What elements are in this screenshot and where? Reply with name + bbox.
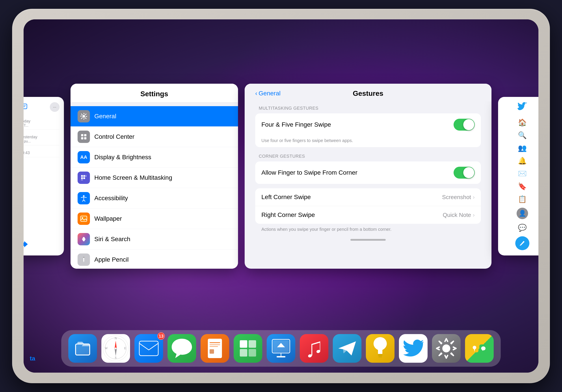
svg-point-17 bbox=[82, 237, 85, 241]
sidebar-item-general[interactable]: General bbox=[70, 106, 238, 126]
four-five-sublabel: Use four or five fingers to swipe betwee… bbox=[255, 136, 481, 147]
screen-content: ··· Today 5. T... Yesterday ur pu... 10:… bbox=[23, 19, 539, 373]
four-five-toggle[interactable] bbox=[454, 119, 475, 131]
control-center-label: Control Center bbox=[94, 133, 134, 140]
svg-rect-18 bbox=[83, 257, 84, 261]
twitter-dock-icon[interactable] bbox=[399, 334, 428, 363]
list-icon[interactable]: 📋 bbox=[518, 195, 527, 203]
back-button[interactable]: ‹ General bbox=[255, 90, 281, 97]
gestures-app-card[interactable]: ‹ General Gestures MULTITASKING GESTURES… bbox=[245, 84, 492, 269]
chat-icon[interactable]: 💬 bbox=[518, 224, 527, 232]
svg-rect-30 bbox=[76, 344, 90, 355]
gestures-title: Gestures bbox=[353, 90, 384, 98]
svg-rect-11 bbox=[81, 177, 83, 179]
siri-label: Siri & Search bbox=[94, 236, 130, 243]
svg-rect-41 bbox=[208, 339, 222, 358]
message-item[interactable]: 10:43 bbox=[23, 149, 59, 157]
svg-rect-6 bbox=[84, 137, 86, 139]
compose-icon[interactable] bbox=[23, 102, 30, 112]
keynote-dock-icon[interactable] bbox=[267, 334, 295, 363]
bookmark-icon[interactable]: 🔖 bbox=[518, 182, 527, 190]
messages-dock-icon[interactable] bbox=[167, 334, 196, 363]
svg-rect-5 bbox=[81, 137, 83, 139]
svg-rect-46 bbox=[240, 340, 247, 348]
sidebar-item-apple-pencil[interactable]: Apple Pencil bbox=[70, 249, 238, 269]
svg-marker-19 bbox=[83, 261, 84, 262]
home-screen-icon bbox=[78, 172, 90, 184]
svg-text:AA: AA bbox=[81, 154, 87, 160]
sidebar-item-accessibility[interactable]: Accessibility bbox=[70, 188, 238, 208]
svg-text:E: E bbox=[124, 347, 126, 350]
svg-rect-20 bbox=[83, 257, 84, 258]
apple-pencil-label: Apple Pencil bbox=[94, 256, 129, 263]
multitasking-group: Four & Five Finger Swipe Use four or fiv… bbox=[255, 113, 481, 147]
settings-list: General bbox=[70, 103, 238, 269]
people-icon[interactable]: 👥 bbox=[518, 144, 527, 152]
message-preview: ur pu... bbox=[23, 139, 59, 143]
gestures-content: MULTITASKING GESTURES Four & Five Finger… bbox=[245, 101, 492, 235]
svg-rect-13 bbox=[81, 179, 83, 180]
message-item[interactable]: Yesterday ur pu... bbox=[23, 133, 59, 145]
twitter-bird-icon bbox=[517, 102, 527, 112]
right-corner-row[interactable]: Right Corner Swipe Quick Note › bbox=[255, 206, 481, 224]
mail-dock-icon[interactable]: 13 bbox=[134, 334, 163, 363]
message-date: Today bbox=[23, 119, 59, 123]
combo-dock-icon[interactable] bbox=[465, 334, 494, 363]
numbers-dock-icon[interactable] bbox=[234, 334, 262, 363]
reply-icon[interactable] bbox=[23, 240, 59, 250]
twitter-app-card[interactable]: 🏠 🔍 👥 🔔 ✉️ 🔖 📋 👤 💬 bbox=[498, 97, 539, 256]
settings-app-card[interactable]: Settings General bbox=[70, 84, 238, 269]
ipad-shell: ··· Today 5. T... Yesterday ur pu... 10:… bbox=[12, 9, 550, 383]
siri-icon bbox=[78, 233, 90, 245]
settings-dock-icon[interactable] bbox=[432, 334, 461, 363]
sidebar-item-home-screen[interactable]: Home Screen & Multitasking bbox=[70, 168, 238, 188]
right-corner-chevron-icon: › bbox=[473, 212, 475, 218]
mail-badge: 13 bbox=[157, 332, 165, 340]
toggle-thumb-2 bbox=[463, 167, 474, 178]
sidebar-item-siri[interactable]: Siri & Search bbox=[70, 229, 238, 249]
sidebar-item-control-center[interactable]: Control Center bbox=[70, 127, 238, 147]
files-dock-icon[interactable] bbox=[68, 334, 97, 363]
pages-dock-icon[interactable] bbox=[200, 334, 229, 363]
svg-rect-45 bbox=[210, 349, 214, 354]
right-corner-label: Right Corner Swipe bbox=[261, 212, 315, 218]
svg-rect-49 bbox=[249, 349, 256, 357]
message-preview: 5. T... bbox=[23, 123, 59, 127]
messages-app-card[interactable]: ··· Today 5. T... Yesterday ur pu... 10:… bbox=[23, 97, 64, 256]
svg-point-14 bbox=[83, 195, 85, 197]
message-date: Yesterday bbox=[23, 135, 59, 139]
wallpaper-label: Wallpaper bbox=[94, 215, 122, 222]
dock: N S E W 13 bbox=[23, 324, 539, 373]
svg-rect-40 bbox=[139, 341, 158, 356]
sidebar-item-wallpaper[interactable]: Wallpaper bbox=[70, 209, 238, 229]
corner-section-label: CORNER GESTURES bbox=[255, 149, 481, 161]
svg-text:W: W bbox=[105, 347, 108, 350]
message-item[interactable]: Today 5. T... bbox=[23, 117, 59, 130]
allow-corner-toggle[interactable] bbox=[454, 167, 475, 179]
twitter-home-icon[interactable]: 🏠 bbox=[518, 118, 527, 127]
svg-rect-0 bbox=[23, 104, 27, 109]
telegram-dock-icon[interactable] bbox=[333, 334, 362, 363]
general-icon bbox=[78, 110, 90, 123]
corner-swipe-group: Left Corner Swipe Screenshot › Right Cor… bbox=[255, 188, 481, 224]
four-five-label: Four & Five Finger Swipe bbox=[261, 121, 331, 128]
tips-dock-icon[interactable] bbox=[366, 334, 395, 363]
safari-dock-icon[interactable]: N S E W bbox=[101, 334, 130, 363]
apple-pencil-icon bbox=[78, 254, 90, 266]
svg-rect-8 bbox=[81, 175, 83, 177]
control-center-icon bbox=[78, 131, 90, 143]
corner-gesture-note: Actions when you swipe your finger or pe… bbox=[255, 224, 481, 235]
left-corner-row[interactable]: Left Corner Swipe Screenshot › bbox=[255, 188, 481, 206]
sidebar-item-display[interactable]: AA Display & Brightness bbox=[70, 147, 238, 167]
profile-icon[interactable]: 👤 bbox=[517, 208, 528, 219]
mail-icon[interactable]: ✉️ bbox=[518, 169, 527, 178]
corner-group: Allow Finger to Swipe From Corner bbox=[255, 161, 481, 184]
bell-icon[interactable]: 🔔 bbox=[518, 157, 527, 165]
app-switcher: ··· Today 5. T... Yesterday ur pu... 10:… bbox=[23, 19, 539, 324]
messages-header: ··· bbox=[23, 102, 59, 114]
more-options-button[interactable]: ··· bbox=[50, 102, 59, 112]
home-screen-label: Home Screen & Multitasking bbox=[94, 174, 172, 181]
compose-button[interactable] bbox=[515, 236, 529, 250]
music-dock-icon[interactable] bbox=[300, 334, 328, 363]
search-icon[interactable]: 🔍 bbox=[518, 131, 527, 139]
